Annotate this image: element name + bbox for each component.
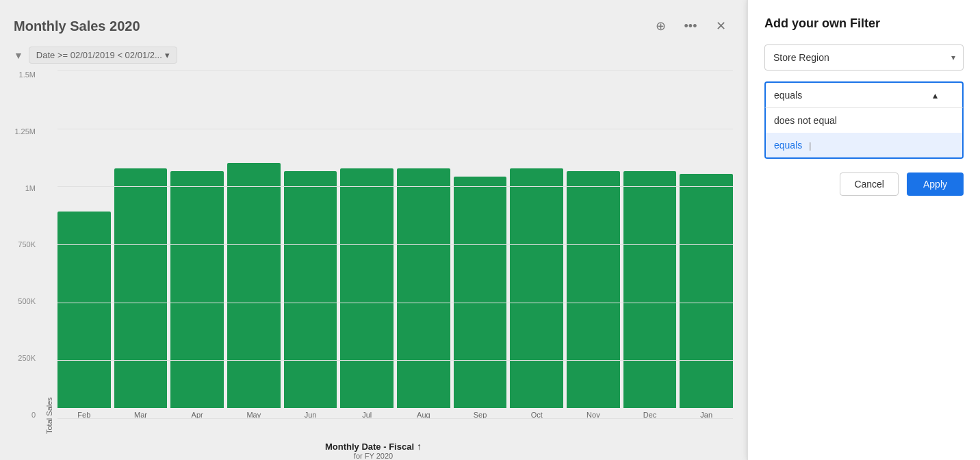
apply-button[interactable]: Apply	[907, 172, 964, 196]
y-tick-1.25m: 1.25M	[14, 127, 41, 136]
filter-chip-chevron: ▾	[165, 50, 170, 60]
bar-group-oct: Oct	[510, 146, 563, 419]
condition-options-list: does not equal equals |	[764, 107, 964, 159]
bar-label-jan: Jan	[700, 411, 712, 419]
filter-bar: ▼ Date >= 02/01/2019 < 02/01/2... ▾	[14, 47, 733, 64]
bar-jul[interactable]	[340, 168, 394, 408]
bar-group-dec: Dec	[623, 146, 677, 419]
y-axis-label: Total Sales	[41, 71, 57, 434]
chart-actions: ⊕ ••• ✕	[648, 14, 733, 38]
filter-panel: Add your own Filter Store Region ▾ equal…	[747, 0, 980, 460]
filter-icon: ▼	[14, 50, 23, 61]
bar-oct[interactable]	[510, 168, 563, 408]
bar-label-apr: Apr	[192, 411, 203, 419]
option-equals[interactable]: equals |	[766, 133, 962, 157]
bar-label-may: May	[246, 411, 261, 419]
field-dropdown-container: Store Region ▾	[764, 44, 964, 71]
condition-dropdown-arrow-up: ▴	[933, 90, 938, 101]
bars-container: FebMarAprMayJunJulAugSepOctNovDecJan	[57, 146, 733, 434]
bar-may[interactable]	[227, 163, 281, 408]
filter-chip-label: Date >= 02/01/2019 < 02/01/2...	[36, 50, 162, 60]
field-dropdown[interactable]: Store Region	[764, 44, 964, 71]
bar-label-feb: Feb	[77, 411, 90, 419]
bar-label-jul: Jul	[362, 411, 372, 419]
condition-dropdown-container: equals ▴ does not equal equals |	[764, 81, 964, 159]
chart-header: Monthly Sales 2020 ⊕ ••• ✕	[14, 14, 733, 38]
cursor-indicator: |	[809, 141, 811, 151]
condition-selected-label: equals	[774, 90, 802, 101]
bar-nov[interactable]	[567, 171, 620, 408]
bar-feb[interactable]	[57, 212, 111, 408]
condition-dropdown-display[interactable]: equals ▴	[764, 81, 964, 107]
y-tick-1m: 1M	[14, 184, 41, 192]
pin-icon: ⊕	[656, 18, 666, 34]
bar-label-dec: Dec	[643, 411, 657, 419]
bar-group-nov: Nov	[567, 146, 620, 419]
panel-title: Add your own Filter	[764, 16, 964, 31]
chart-panel: Monthly Sales 2020 ⊕ ••• ✕ ▼ Date >= 02/…	[0, 0, 747, 460]
y-tick-1.5m: 1.5M	[14, 71, 41, 79]
option-does-not-equal[interactable]: does not equal	[766, 108, 962, 133]
bar-label-aug: Aug	[417, 411, 430, 419]
cancel-button[interactable]: Cancel	[840, 172, 899, 196]
bar-group-jul: Jul	[340, 146, 394, 419]
bar-jan[interactable]	[680, 174, 733, 408]
bar-apr[interactable]	[170, 171, 224, 408]
bar-aug[interactable]	[397, 168, 450, 408]
filter-chip[interactable]: Date >= 02/01/2019 < 02/01/2... ▾	[29, 47, 177, 64]
bar-group-apr: Apr	[170, 146, 224, 419]
bar-label-sep: Sep	[474, 411, 487, 419]
bar-label-mar: Mar	[134, 411, 147, 419]
y-tick-750k: 750K	[14, 240, 41, 248]
bar-group-sep: Sep	[454, 146, 507, 419]
more-icon: •••	[684, 19, 697, 34]
y-tick-250k: 250K	[14, 354, 41, 362]
bar-label-nov: Nov	[586, 411, 600, 419]
close-icon: ✕	[716, 18, 726, 34]
bar-label-jun: Jun	[305, 411, 317, 419]
y-tick-0: 0	[14, 411, 41, 419]
bar-label-oct: Oct	[531, 411, 543, 419]
bar-group-feb: Feb	[57, 146, 111, 419]
bar-group-jun: Jun	[284, 146, 337, 419]
bar-group-aug: Aug	[397, 146, 450, 419]
more-button[interactable]: •••	[678, 14, 703, 38]
bar-group-mar: Mar	[114, 146, 168, 419]
pin-button[interactable]: ⊕	[648, 14, 673, 38]
chart-title: Monthly Sales 2020	[14, 18, 140, 34]
bar-sep[interactable]	[454, 177, 507, 408]
bar-jun[interactable]	[284, 171, 337, 408]
bar-dec[interactable]	[623, 171, 677, 408]
bar-group-jan: Jan	[680, 146, 733, 419]
bar-group-may: May	[227, 146, 281, 419]
y-tick-500k: 500K	[14, 297, 41, 305]
panel-actions: Cancel Apply	[764, 172, 964, 196]
bar-mar[interactable]	[114, 168, 168, 408]
close-button[interactable]: ✕	[708, 14, 733, 38]
